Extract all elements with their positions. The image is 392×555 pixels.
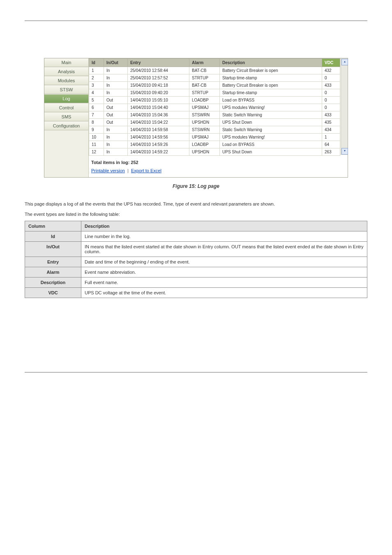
col-inout[interactable]: In/Out <box>104 59 128 67</box>
table-row[interactable]: 11In14/04/2010 14:59:26LOADBPLoad on BYP… <box>89 141 340 148</box>
sidebar-filler <box>44 130 88 177</box>
sidebar-item-label: Control <box>59 105 74 110</box>
cell-alarm: STRTUP <box>189 89 220 97</box>
cell-description: Startup time-stamp <box>220 89 322 97</box>
col-entry[interactable]: Entry <box>128 59 189 67</box>
fields-cell-key: In/Out <box>25 242 81 257</box>
cell-vdc: 263 <box>322 148 340 156</box>
fields-row: IdLine number in the log. <box>25 231 367 242</box>
scroll-down-icon[interactable]: ▾ <box>341 148 348 155</box>
cell-alarm: STRTUP <box>189 74 220 82</box>
table-row[interactable]: 1In25/04/2010 12:58:44BAT-CBBattery Circ… <box>89 67 340 74</box>
sidebar-item-label: STSW <box>60 87 73 92</box>
cell-alarm: UPSHDN <box>189 119 220 126</box>
sidebar: Main Analysis Modules STSW Log Control S… <box>44 58 89 177</box>
log-table: Id In/Out Entry Alarm Description VDC 1I… <box>89 58 340 156</box>
cell-alarm: BAT-CB <box>189 82 220 89</box>
cell-entry: 14/04/2010 15:05:10 <box>128 97 189 104</box>
fields-row: AlarmEvent name abbreviation. <box>25 267 367 278</box>
cell-inout: In <box>104 126 128 134</box>
cell-alarm: BAT-CB <box>189 67 220 74</box>
cell-description: UPS modules Warning! <box>220 104 322 111</box>
fields-row: In/OutIN means that the listed event sta… <box>25 242 367 257</box>
link-separator: | <box>127 168 129 173</box>
col-description[interactable]: Description <box>220 59 322 67</box>
cell-inout: Out <box>104 119 128 126</box>
sidebar-item-log[interactable]: Log <box>44 94 88 103</box>
cell-alarm: STSWRN <box>189 111 220 119</box>
cell-vdc: 432 <box>322 67 340 74</box>
table-row[interactable]: 5Out14/04/2010 15:05:10LOADBPLoad on BYP… <box>89 97 340 104</box>
sidebar-item-modules[interactable]: Modules <box>44 76 88 85</box>
table-row[interactable]: 4In15/04/2010 09:40:20STRTUPStartup time… <box>89 89 340 97</box>
cell-alarm: LOADBP <box>189 97 220 104</box>
table-row[interactable]: 8Out14/04/2010 15:04:22UPSHDNUPS Shut Do… <box>89 119 340 126</box>
table-row[interactable]: 9In14/04/2010 14:59:58STSWRNStatic Switc… <box>89 126 340 134</box>
cell-id: 3 <box>89 82 104 89</box>
cell-alarm: STSWRN <box>189 126 220 134</box>
cell-entry: 14/04/2010 15:04:22 <box>128 119 189 126</box>
cell-description: Battery Circuit Breaker is open <box>220 67 322 74</box>
sidebar-item-sms[interactable]: SMS <box>44 112 88 121</box>
body-paragraph-2: The event types are listed in the follow… <box>25 211 367 218</box>
total-items-label: Total items in log: 252 <box>91 160 344 165</box>
sidebar-item-label: Log <box>62 96 70 101</box>
sidebar-item-label: Configuration <box>53 123 80 128</box>
body-text: This page displays a log of all the even… <box>25 201 367 298</box>
fields-row: DescriptionFull event name. <box>25 278 367 288</box>
cell-vdc: 433 <box>322 111 340 119</box>
cell-id: 10 <box>89 134 104 141</box>
fields-row: VDCUPS DC voltage at the time of the eve… <box>25 288 367 298</box>
cell-inout: In <box>104 74 128 82</box>
sidebar-item-stsw[interactable]: STSW <box>44 85 88 94</box>
sidebar-item-configuration[interactable]: Configuration <box>44 121 88 130</box>
table-row[interactable]: 7Out14/04/2010 15:04:36STSWRNStatic Swit… <box>89 111 340 119</box>
cell-vdc: 433 <box>322 82 340 89</box>
col-vdc[interactable]: VDC <box>322 59 340 67</box>
cell-entry: 15/04/2010 09:40:20 <box>128 89 189 97</box>
fields-header-row: Column Description <box>25 221 367 231</box>
cell-entry: 14/04/2010 14:59:22 <box>128 148 189 156</box>
cell-description: Load on BYPASS <box>220 97 322 104</box>
sidebar-item-label: Modules <box>58 78 75 83</box>
cell-id: 7 <box>89 111 104 119</box>
cell-id: 5 <box>89 97 104 104</box>
cell-inout: Out <box>104 111 128 119</box>
fields-row: EntryDate and time of the beginning / en… <box>25 257 367 267</box>
table-row[interactable]: 2In25/04/2010 12:57:52STRTUPStartup time… <box>89 74 340 82</box>
fields-table: Column Description IdLine number in the … <box>25 221 367 298</box>
cell-vdc: 434 <box>322 126 340 134</box>
table-row[interactable]: 12In14/04/2010 14:59:22UPSHDNUPS Shut Do… <box>89 148 340 156</box>
body-paragraph-1: This page displays a log of all the even… <box>25 201 367 208</box>
cell-description: UPS modules Warning! <box>220 134 322 141</box>
col-id[interactable]: Id <box>89 59 104 67</box>
fields-header-column: Column <box>25 221 81 231</box>
cell-inout: In <box>104 141 128 148</box>
sidebar-item-control[interactable]: Control <box>44 103 88 112</box>
cell-description: UPS Shut Down <box>220 119 322 126</box>
cell-entry: 14/04/2010 14:59:58 <box>128 126 189 134</box>
cell-vdc: 0 <box>322 97 340 104</box>
log-footer: Total items in log: 252 Printable versio… <box>89 156 347 174</box>
cell-description: Static Switch Warning <box>220 126 322 134</box>
scrollbar[interactable]: ▴ ▾ <box>341 58 348 155</box>
cell-vdc: 0 <box>322 74 340 82</box>
fields-cell-description: UPS DC voltage at the time of the event. <box>81 288 367 298</box>
cell-id: 8 <box>89 119 104 126</box>
table-row[interactable]: 3In15/04/2010 09:41:18BAT-CBBattery Circ… <box>89 82 340 89</box>
sidebar-item-main[interactable]: Main <box>44 58 88 67</box>
table-row[interactable]: 6Out14/04/2010 15:04:40UPSMAJUPS modules… <box>89 104 340 111</box>
table-row[interactable]: 10In14/04/2010 14:59:56UPSMAJUPS modules… <box>89 134 340 141</box>
printable-version-link[interactable]: Printable version <box>91 168 125 173</box>
fields-cell-key: Alarm <box>25 267 81 278</box>
cell-entry: 25/04/2010 12:58:44 <box>128 67 189 74</box>
export-to-excel-link[interactable]: Export to Excel <box>131 168 161 173</box>
cell-inout: Out <box>104 104 128 111</box>
fields-cell-description: IN means that the listed event started a… <box>81 242 367 257</box>
cell-description: Battery Circuit Breaker is open <box>220 82 322 89</box>
sidebar-item-analysis[interactable]: Analysis <box>44 67 88 76</box>
scroll-up-icon[interactable]: ▴ <box>341 59 348 65</box>
cell-inout: In <box>104 67 128 74</box>
col-alarm[interactable]: Alarm <box>189 59 220 67</box>
cell-inout: Out <box>104 97 128 104</box>
